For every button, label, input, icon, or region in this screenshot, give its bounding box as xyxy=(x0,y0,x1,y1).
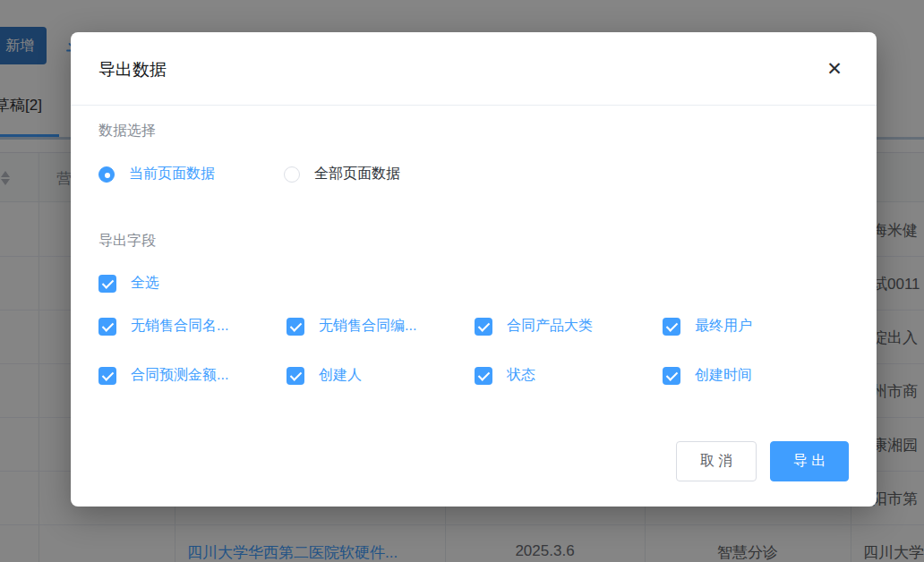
checkbox-checked-icon xyxy=(287,318,304,336)
checkbox-label: 状态 xyxy=(507,366,535,385)
export-button[interactable]: 导 出 xyxy=(770,441,849,481)
checkbox-field[interactable]: 无销售合同编... xyxy=(287,317,416,336)
radio-current-page[interactable]: 当前页面数据 xyxy=(98,165,215,183)
checkbox-field[interactable]: 创建时间 xyxy=(663,366,752,385)
checkbox-label: 创建时间 xyxy=(695,366,752,385)
checkbox-label: 无销售合同编... xyxy=(319,317,416,336)
screen: 新增 草稿[2] 营 xyxy=(0,0,924,562)
cancel-button[interactable]: 取 消 xyxy=(676,441,757,481)
checkbox-field[interactable]: 创建人 xyxy=(287,366,362,385)
checkbox-label: 合同预测金额... xyxy=(131,366,228,385)
checkbox-field[interactable]: 最终用户 xyxy=(663,317,752,336)
checkbox-checked-icon xyxy=(98,318,116,336)
export-dialog: 导出数据 ✕ 数据选择 当前页面数据 全部页面数据 导出字段 全选 无销售合同名… xyxy=(71,32,877,507)
checkbox-label: 全选 xyxy=(131,274,159,293)
radio-label: 当前页面数据 xyxy=(129,165,215,183)
checkbox-checked-icon xyxy=(663,318,680,336)
checkbox-field[interactable]: 合同预测金额... xyxy=(98,366,228,385)
checkbox-checked-icon xyxy=(287,367,304,385)
checkbox-checked-icon xyxy=(98,275,116,293)
checkbox-checked-icon xyxy=(98,367,116,385)
dialog-title: 导出数据 xyxy=(98,58,167,81)
checkbox-field[interactable]: 状态 xyxy=(475,366,535,385)
checkbox-field[interactable]: 无销售合同名... xyxy=(98,317,228,336)
checkbox-field[interactable]: 合同产品大类 xyxy=(475,317,593,336)
checkbox-label: 创建人 xyxy=(319,366,362,385)
checkbox-select-all[interactable]: 全选 xyxy=(98,274,159,293)
dialog-header: 导出数据 ✕ xyxy=(71,32,877,106)
radio-label: 全部页面数据 xyxy=(314,165,400,183)
close-icon[interactable]: ✕ xyxy=(822,56,847,81)
checkbox-checked-icon xyxy=(663,367,680,385)
radio-selected-icon xyxy=(98,166,115,183)
export-fields-label: 导出字段 xyxy=(98,232,156,251)
checkbox-label: 无销售合同名... xyxy=(131,317,228,336)
checkbox-label: 合同产品大类 xyxy=(507,317,593,336)
data-select-label: 数据选择 xyxy=(98,122,156,140)
checkbox-label: 最终用户 xyxy=(695,317,752,336)
checkbox-checked-icon xyxy=(475,318,492,336)
radio-all-pages[interactable]: 全部页面数据 xyxy=(284,165,400,183)
checkbox-checked-icon xyxy=(475,367,492,385)
radio-unselected-icon xyxy=(284,166,300,183)
